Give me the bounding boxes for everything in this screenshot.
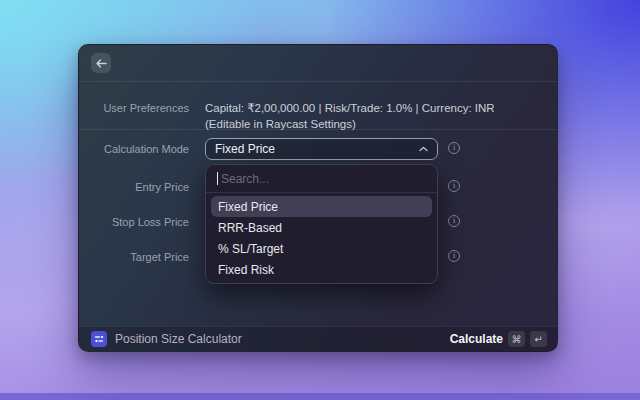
chevron-up-icon — [419, 146, 428, 152]
calculation-mode-dropdown: Fixed Price RRR-Based % SL/Target Fixed … — [205, 164, 438, 284]
window-header — [79, 45, 557, 81]
preferences-summary-line1: Capital: ₹2,00,000.00 | Risk/Trade: 1.0%… — [205, 101, 535, 117]
preferences-divider — [79, 129, 557, 130]
calculation-mode-select[interactable]: Fixed Price — [205, 138, 438, 160]
info-icon[interactable]: i — [448, 180, 460, 192]
dropdown-option-fixed-risk[interactable]: Fixed Risk — [211, 259, 432, 280]
header-divider — [79, 81, 557, 82]
target-price-label: Target Price — [79, 251, 189, 264]
bottom-action-bar: Position Size Calculator Calculate ⌘ ↵ — [79, 326, 557, 351]
back-button[interactable] — [91, 53, 111, 73]
dropdown-option-fixed-price[interactable]: Fixed Price — [211, 196, 432, 217]
calculation-mode-label: Calculation Mode — [79, 143, 189, 156]
info-icon[interactable]: i — [448, 250, 460, 262]
desktop-background: User Preferences Capital: ₹2,00,000.00 |… — [0, 0, 640, 400]
desktop-bottom-strip — [0, 393, 640, 400]
dropdown-option-sl-target[interactable]: % SL/Target — [211, 238, 432, 259]
info-icon[interactable]: i — [448, 215, 460, 227]
calculate-label: Calculate — [450, 332, 503, 346]
text-caret — [217, 172, 218, 185]
search-input[interactable] — [206, 165, 437, 192]
extension-icon — [91, 331, 107, 347]
return-key-icon: ↵ — [530, 331, 547, 347]
entry-price-label: Entry Price — [79, 181, 189, 194]
user-preferences-label: User Preferences — [79, 102, 189, 115]
info-icon[interactable]: i — [448, 142, 460, 154]
dropdown-options-list: Fixed Price RRR-Based % SL/Target Fixed … — [206, 193, 437, 283]
dropdown-search — [206, 165, 437, 192]
command-key-icon: ⌘ — [508, 331, 525, 347]
calculation-mode-value: Fixed Price — [215, 142, 419, 156]
extension-title: Position Size Calculator — [115, 332, 242, 346]
calculate-action[interactable]: Calculate ⌘ ↵ — [450, 331, 547, 347]
dropdown-option-rrr-based[interactable]: RRR-Based — [211, 217, 432, 238]
user-preferences-value: Capital: ₹2,00,000.00 | Risk/Trade: 1.0%… — [205, 101, 535, 132]
raycast-window: User Preferences Capital: ₹2,00,000.00 |… — [78, 44, 558, 352]
back-arrow-icon — [96, 56, 107, 71]
stop-loss-price-label: Stop Loss Price — [79, 216, 189, 229]
